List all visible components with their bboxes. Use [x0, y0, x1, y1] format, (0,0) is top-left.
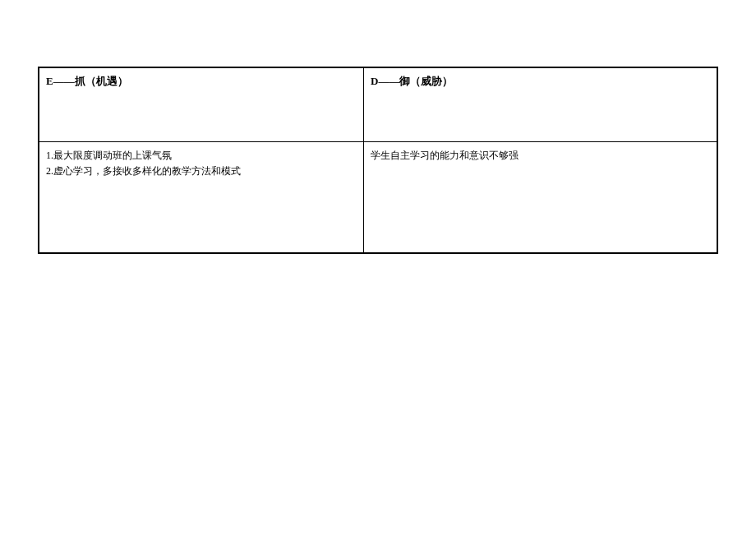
content-cell-e: 1.最大限度调动班的上课气氛 2.虚心学习，多接收多样化的教学方法和模式: [39, 142, 364, 252]
header-cell-e: E——抓（机遇）: [39, 68, 364, 141]
header-e-label: E——抓（机遇）: [46, 75, 128, 87]
header-cell-d: D——御（威胁）: [364, 68, 717, 141]
content-d-text: 学生自主学习的能力和意识不够强: [371, 150, 519, 161]
content-e-text: 1.最大限度调动班的上课气氛 2.虚心学习，多接收多样化的教学方法和模式: [46, 150, 241, 177]
header-d-label: D——御（威胁）: [371, 75, 453, 87]
table-header-row: E——抓（机遇） D——御（威胁）: [39, 68, 717, 142]
swot-table: E——抓（机遇） D——御（威胁） 1.最大限度调动班的上课气氛 2.虚心学习，…: [38, 67, 718, 254]
table-content-row: 1.最大限度调动班的上课气氛 2.虚心学习，多接收多样化的教学方法和模式 学生自…: [39, 142, 717, 252]
content-cell-d: 学生自主学习的能力和意识不够强: [364, 142, 717, 252]
